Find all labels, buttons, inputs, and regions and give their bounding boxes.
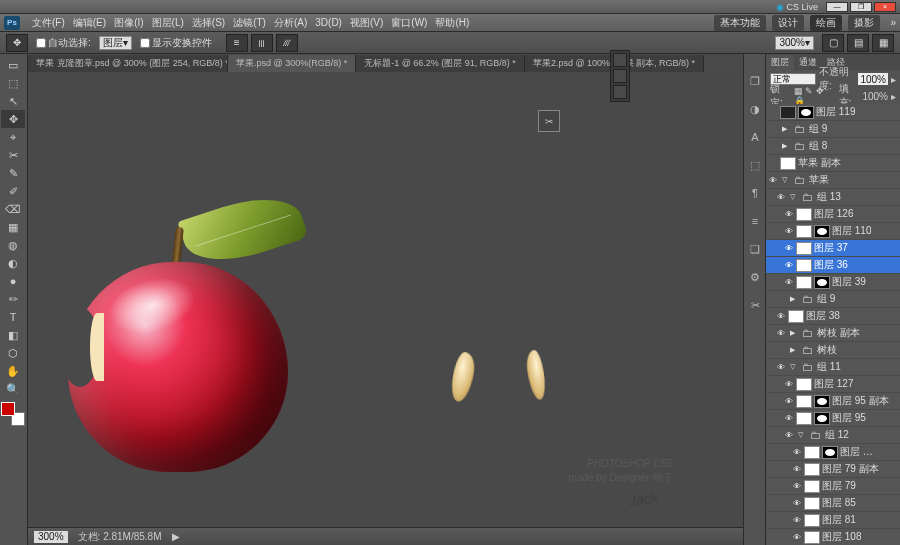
layer-name[interactable]: 图层 95 副本 xyxy=(832,394,889,408)
color-swatches[interactable] xyxy=(1,402,25,426)
tool-button[interactable]: 🔍 xyxy=(1,380,25,398)
layer-name[interactable]: 图层 81 xyxy=(822,513,856,527)
layer-name[interactable]: 图层 38 xyxy=(806,309,840,323)
panel-tab[interactable]: 图层 xyxy=(766,55,794,70)
layer-row[interactable]: 👁图层 39 xyxy=(766,274,900,291)
layer-row[interactable]: 图层 119 xyxy=(766,104,900,121)
visibility-toggle[interactable]: 👁 xyxy=(792,448,802,457)
layer-name[interactable]: 图层 119 xyxy=(816,105,855,119)
layer-row[interactable]: 👁图层 126 xyxy=(766,206,900,223)
panel-icon[interactable]: ❐ xyxy=(746,72,764,90)
menu-item[interactable]: 3D(D) xyxy=(311,16,346,29)
visibility-toggle[interactable]: 👁 xyxy=(792,482,802,491)
layer-name[interactable]: 图层 36 xyxy=(814,258,848,272)
layer-thumbnail[interactable] xyxy=(796,225,812,238)
menu-item[interactable]: 图像(I) xyxy=(110,16,147,29)
document-tab[interactable]: 无标题-1 @ 66.2% (图层 91, RGB/8) * xyxy=(356,55,525,72)
workspace-tab[interactable]: 基本功能 xyxy=(714,15,766,31)
visibility-toggle[interactable]: 👁 xyxy=(784,414,794,423)
tool-button[interactable]: ▦ xyxy=(1,218,25,236)
close-button[interactable]: × xyxy=(874,2,896,12)
layer-thumbnail[interactable] xyxy=(804,446,820,459)
tool-button[interactable]: T xyxy=(1,308,25,326)
canvas[interactable]: ✂ PHOTOSHOP CS5 made by Designer-蝈子 Jack xyxy=(28,72,743,527)
panel-icon[interactable]: ¶ xyxy=(746,184,764,202)
layer-thumbnail[interactable] xyxy=(804,514,820,527)
layer-group[interactable]: 👁▽🗀组 12 xyxy=(766,427,900,444)
disclosure-icon[interactable]: ▶ xyxy=(788,329,797,337)
layer-row[interactable]: 👁图层 37 xyxy=(766,240,900,257)
menu-item[interactable]: 选择(S) xyxy=(188,16,229,29)
layer-row[interactable]: 👁图层 95 xyxy=(766,410,900,427)
workspace-tab[interactable]: 摄影 xyxy=(848,15,880,31)
layer-group[interactable]: ▶🗀组 8 xyxy=(766,138,900,155)
visibility-toggle[interactable]: 👁 xyxy=(768,176,778,185)
tool-button[interactable]: ✥ xyxy=(1,110,25,128)
tool-button[interactable]: ⌫ xyxy=(1,200,25,218)
hud-icon[interactable] xyxy=(613,85,627,99)
lock-icons[interactable]: ▦ ✎ ✥ 🔒 xyxy=(794,86,833,106)
layer-name[interactable]: 图层 127 xyxy=(814,377,853,391)
layer-thumbnail[interactable] xyxy=(804,531,820,544)
mask-thumbnail[interactable] xyxy=(822,446,838,459)
layer-name[interactable]: 树枝 副本 xyxy=(817,326,860,340)
layer-name[interactable]: 组 12 xyxy=(825,428,849,442)
workspace-tab[interactable]: 设计 xyxy=(772,15,804,31)
layer-thumbnail[interactable] xyxy=(796,395,812,408)
tool-button[interactable]: ✎ xyxy=(1,164,25,182)
menu-item[interactable]: 图层(L) xyxy=(148,16,188,29)
mask-thumbnail[interactable] xyxy=(798,106,814,119)
hud-icon[interactable] xyxy=(613,69,627,83)
layer-name[interactable]: 组 9 xyxy=(817,292,835,306)
layer-thumbnail[interactable] xyxy=(796,208,812,221)
show-transform-checkbox[interactable]: 显示变换控件 xyxy=(140,36,212,50)
layer-name[interactable]: 图层 … xyxy=(840,445,873,459)
panel-icon[interactable]: A xyxy=(746,128,764,146)
layer-group[interactable]: 👁▽🗀苹果 xyxy=(766,172,900,189)
visibility-toggle[interactable]: 👁 xyxy=(776,363,786,372)
mask-thumbnail[interactable] xyxy=(814,276,830,289)
visibility-toggle[interactable]: 👁 xyxy=(784,261,794,270)
layer-group[interactable]: 👁▶🗀树枝 副本 xyxy=(766,325,900,342)
layer-row[interactable]: 👁图层 110 xyxy=(766,223,900,240)
align-icon[interactable]: ⫼ xyxy=(251,34,273,52)
disclosure-icon[interactable]: ▶ xyxy=(780,125,789,133)
mask-thumbnail[interactable] xyxy=(814,395,830,408)
layer-thumbnail[interactable] xyxy=(788,310,804,323)
layer-group[interactable]: ▶🗀组 9 xyxy=(766,121,900,138)
align-icon[interactable]: ≡ xyxy=(226,34,248,52)
layer-name[interactable]: 图层 39 xyxy=(832,275,866,289)
layer-group[interactable]: ▶🗀组 9 xyxy=(766,291,900,308)
tool-button[interactable]: ⬡ xyxy=(1,344,25,362)
auto-select-dropdown[interactable]: 图层 ▾ xyxy=(99,36,132,50)
layer-name[interactable]: 图层 110 xyxy=(832,224,871,238)
layer-group[interactable]: ▶🗀树枝 xyxy=(766,342,900,359)
layer-thumbnail[interactable] xyxy=(796,412,812,425)
tool-button[interactable]: ◐ xyxy=(1,254,25,272)
auto-select-checkbox[interactable]: 自动选择: xyxy=(36,36,91,50)
disclosure-icon[interactable]: ▽ xyxy=(796,431,805,439)
layer-name[interactable]: 苹果 副本 xyxy=(798,156,841,170)
layer-row[interactable]: 👁图层 38 xyxy=(766,308,900,325)
disclosure-icon[interactable]: ▽ xyxy=(788,193,797,201)
mask-thumbnail[interactable] xyxy=(814,225,830,238)
visibility-toggle[interactable]: 👁 xyxy=(784,210,794,219)
layer-thumbnail[interactable] xyxy=(796,242,812,255)
layer-thumbnail[interactable] xyxy=(780,157,796,170)
tool-button[interactable]: ⬚ xyxy=(1,74,25,92)
cslive-button[interactable]: CS Live xyxy=(776,2,818,12)
visibility-toggle[interactable]: 👁 xyxy=(784,380,794,389)
visibility-toggle[interactable]: 👁 xyxy=(792,465,802,474)
menu-item[interactable]: 帮助(H) xyxy=(431,16,473,29)
layer-row[interactable]: 👁图层 81 xyxy=(766,512,900,529)
layer-name[interactable]: 图层 95 xyxy=(832,411,866,425)
panel-icon[interactable]: ◑ xyxy=(746,100,764,118)
zoom-dropdown[interactable]: 300% ▾ xyxy=(775,36,814,50)
disclosure-icon[interactable]: ▽ xyxy=(780,176,789,184)
layer-thumbnail[interactable] xyxy=(804,480,820,493)
layer-row[interactable]: 👁图层 95 副本 xyxy=(766,393,900,410)
tool-button[interactable]: ✏ xyxy=(1,290,25,308)
layer-name[interactable]: 组 11 xyxy=(817,360,841,374)
tool-button[interactable]: ▭ xyxy=(1,56,25,74)
layer-row[interactable]: 👁图层 … xyxy=(766,444,900,461)
